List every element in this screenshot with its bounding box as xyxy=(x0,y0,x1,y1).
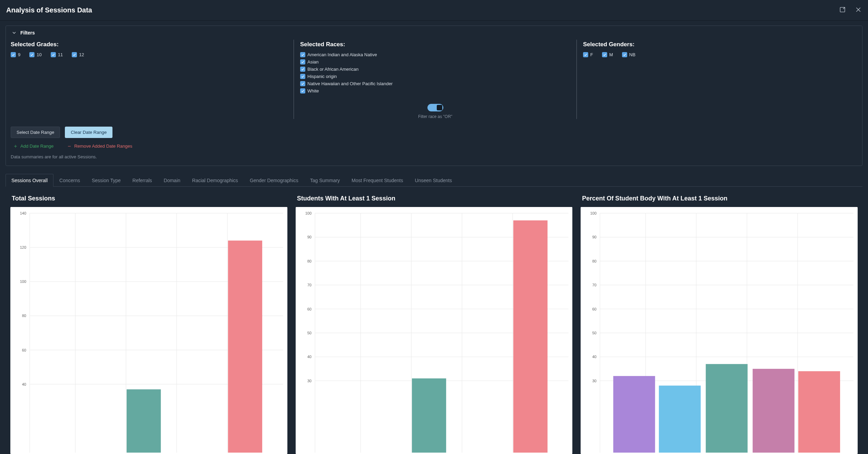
checkbox-icon xyxy=(300,88,305,93)
checkbox-label: Asian xyxy=(307,59,319,65)
svg-text:40: 40 xyxy=(22,382,26,386)
tab-sessions-overall[interactable]: Sessions Overall xyxy=(6,174,53,187)
checkbox-label: 12 xyxy=(79,52,84,57)
checkbox-label: 10 xyxy=(37,52,41,57)
checkbox-label: NB xyxy=(629,52,635,57)
svg-text:40: 40 xyxy=(592,355,596,359)
tab-referrals[interactable]: Referrals xyxy=(127,174,158,187)
bar xyxy=(798,371,840,453)
chart-canvas: 30405060708090100 xyxy=(581,207,858,454)
tab-domain[interactable]: Domain xyxy=(158,174,186,187)
checkbox-icon xyxy=(602,52,607,57)
checkbox-icon xyxy=(51,52,56,57)
chart-title: Total Sessions xyxy=(12,195,287,202)
svg-text:80: 80 xyxy=(307,259,311,263)
bar xyxy=(659,386,701,453)
tab-unseen-students[interactable]: Unseen Students xyxy=(409,174,458,187)
tab-racial-demographics[interactable]: Racial Demographics xyxy=(186,174,244,187)
clear-date-range-button[interactable]: Clear Date Range xyxy=(65,127,112,138)
svg-text:100: 100 xyxy=(590,211,596,215)
bar xyxy=(613,376,655,453)
gender-M-checkbox[interactable]: M xyxy=(602,52,613,57)
svg-text:40: 40 xyxy=(307,355,311,359)
svg-text:50: 50 xyxy=(307,331,311,335)
grade-11-checkbox[interactable]: 11 xyxy=(51,52,63,57)
race-checkbox[interactable]: Hispanic origin xyxy=(300,74,570,79)
page-title: Analysis of Sessions Data xyxy=(6,6,92,14)
bar xyxy=(228,240,262,453)
add-date-range-link[interactable]: Add Date Range xyxy=(13,144,53,149)
race-checkbox[interactable]: White xyxy=(300,88,570,93)
checkbox-label: Hispanic origin xyxy=(307,74,337,79)
titlebar: Analysis of Sessions Data xyxy=(0,0,868,21)
checkbox-label: American Indian and Alaska Native xyxy=(307,52,377,57)
race-checkbox[interactable]: Asian xyxy=(300,59,570,65)
grade-9-checkbox[interactable]: 9 xyxy=(11,52,20,57)
races-filter: Selected Races: American Indian and Alas… xyxy=(294,40,576,119)
checkbox-icon xyxy=(29,52,34,57)
bar xyxy=(706,364,748,453)
svg-text:100: 100 xyxy=(20,279,26,284)
genders-filter: Selected Genders: FMNB xyxy=(576,40,857,119)
checkbox-icon xyxy=(300,67,305,72)
chart-title: Students With At Least 1 Session xyxy=(297,195,573,202)
checkbox-label: Black or African American xyxy=(307,67,358,72)
restore-icon[interactable] xyxy=(839,6,846,14)
bar xyxy=(753,369,795,453)
select-date-range-button[interactable]: Select Date Range xyxy=(11,127,60,138)
grades-filter: Selected Grades: 9101112 xyxy=(11,40,294,119)
grade-12-checkbox[interactable]: 12 xyxy=(72,52,84,57)
svg-text:60: 60 xyxy=(22,348,26,352)
tab-gender-demographics[interactable]: Gender Demographics xyxy=(244,174,304,187)
checkbox-icon xyxy=(583,52,588,57)
checkbox-icon xyxy=(622,52,627,57)
checkbox-icon xyxy=(300,74,305,79)
race-checkbox[interactable]: Black or African American xyxy=(300,67,570,72)
svg-text:80: 80 xyxy=(22,314,26,318)
tab-session-type[interactable]: Session Type xyxy=(86,174,127,187)
filters-toggle[interactable]: Filters xyxy=(6,26,862,40)
checkbox-label: White xyxy=(307,88,319,93)
race-checkbox[interactable]: Native Hawaiian and Other Pacific Island… xyxy=(300,81,570,86)
checkbox-icon xyxy=(300,52,305,57)
close-icon[interactable] xyxy=(855,6,862,14)
genders-title: Selected Genders: xyxy=(583,41,851,48)
chart-canvas: 30405060708090100 xyxy=(296,207,573,454)
svg-text:90: 90 xyxy=(592,235,596,239)
tab-most-frequent-students[interactable]: Most Frequent Students xyxy=(346,174,409,187)
filters-note: Data summaries are for all active Sessio… xyxy=(11,154,857,159)
checkbox-icon xyxy=(72,52,77,57)
minus-icon xyxy=(67,144,71,148)
svg-text:70: 70 xyxy=(307,283,311,287)
plus-icon xyxy=(13,144,18,148)
chart-canvas: 406080100120140 xyxy=(10,207,287,454)
chart-percent-student-body: Percent Of Student Body With At Least 1 … xyxy=(581,195,858,454)
race-checkbox[interactable]: American Indian and Alaska Native xyxy=(300,52,570,57)
svg-text:60: 60 xyxy=(307,307,311,311)
svg-text:30: 30 xyxy=(307,379,311,383)
svg-text:30: 30 xyxy=(592,379,596,383)
gender-NB-checkbox[interactable]: NB xyxy=(622,52,635,57)
chart-students-at-least-one: Students With At Least 1 Session 3040506… xyxy=(296,195,573,454)
bar xyxy=(412,378,446,453)
race-or-toggle[interactable] xyxy=(427,104,443,111)
checkbox-icon xyxy=(300,59,305,65)
checkbox-icon xyxy=(300,81,305,86)
filters-header-label: Filters xyxy=(20,30,35,36)
grade-10-checkbox[interactable]: 10 xyxy=(29,52,41,57)
chevron-down-icon xyxy=(11,30,17,36)
svg-text:60: 60 xyxy=(592,307,596,311)
svg-text:90: 90 xyxy=(307,235,311,239)
chart-title: Percent Of Student Body With At Least 1 … xyxy=(582,195,858,202)
remove-date-ranges-link[interactable]: Remove Added Date Ranges xyxy=(67,144,132,149)
chart-total-sessions: Total Sessions 406080100120140 xyxy=(10,195,287,454)
races-title: Selected Races: xyxy=(300,41,570,48)
tab-concerns[interactable]: Concerns xyxy=(53,174,86,187)
checkbox-label: 9 xyxy=(18,52,20,57)
checkbox-label: M xyxy=(609,52,613,57)
remove-date-ranges-label: Remove Added Date Ranges xyxy=(74,144,132,149)
tab-tag-summary[interactable]: Tag Summary xyxy=(304,174,346,187)
checkbox-label: 11 xyxy=(58,52,63,57)
checkbox-label: Native Hawaiian and Other Pacific Island… xyxy=(307,81,393,86)
gender-F-checkbox[interactable]: F xyxy=(583,52,593,57)
